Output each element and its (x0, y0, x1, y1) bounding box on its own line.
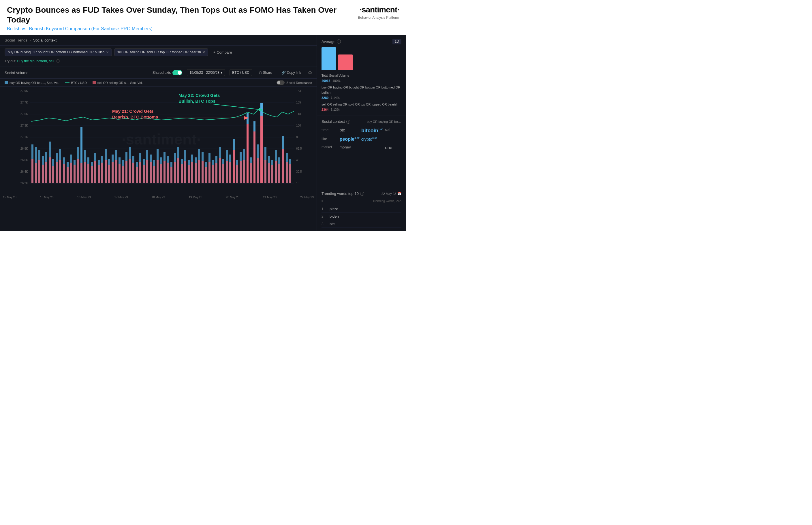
trending-num-2: 2 (321, 214, 326, 219)
avg-total-value: 46066 (321, 79, 330, 82)
svg-rect-109 (52, 166, 54, 183)
social-context-header: Social context i buy OR buying OR boug..… (321, 119, 401, 124)
svg-rect-116 (77, 159, 79, 183)
search-tag-bearish-text: sell OR selling OR sold OR top OR topped… (117, 50, 201, 54)
cloud-word-market[interactable]: market (321, 145, 338, 150)
trending-col-num: # (321, 199, 323, 203)
trending-info-icon[interactable]: i (360, 192, 364, 196)
trending-header: Trending words top 10 i 22 May 23 📅 (321, 192, 401, 196)
main-layout: Social Trends › Social context buy OR bu… (0, 35, 406, 231)
avg-bar2-pct: 5.13% (331, 108, 340, 111)
cloud-word-crypto[interactable]: crypto0.61 (361, 137, 384, 142)
trending-row-1[interactable]: 1 pizza (321, 205, 401, 213)
settings-icon[interactable]: ⚙ (308, 70, 312, 76)
cloud-word-one[interactable]: one (385, 145, 401, 150)
svg-text:48: 48 (296, 159, 300, 162)
search-tag-bullish[interactable]: buy OR buying OR bought OR bottom OR bot… (5, 48, 112, 56)
breadcrumb-parent[interactable]: Social Trends (5, 38, 27, 42)
avg-bar2-label: sell OR selling OR sold OR top OR topped… (321, 103, 398, 106)
svg-text:May 21: Crowd Gets: May 21: Crowd Gets (112, 109, 153, 114)
svg-text:·santiment·: ·santiment· (122, 131, 201, 148)
svg-rect-150 (195, 163, 197, 183)
svg-rect-145 (177, 158, 179, 183)
cloud-word-sell[interactable]: sell (385, 128, 401, 134)
average-section: Average i 1D Total Social Volume 46066 1… (317, 35, 406, 116)
avg-bullish-stat: buy OR buying OR bought OR bottom OR bot… (321, 85, 401, 100)
svg-rect-127 (115, 160, 117, 183)
svg-rect-111 (59, 160, 61, 183)
legend-item-bullish: buy OR buying OR bou..., Soc. Vol. (5, 81, 59, 85)
svg-rect-166 (250, 163, 252, 183)
copy-link-button[interactable]: 🔗 Copy link (279, 70, 303, 76)
trending-row-3[interactable]: 3 btc (321, 220, 401, 228)
shared-axis-toggle[interactable] (172, 70, 182, 75)
svg-rect-126 (111, 162, 114, 183)
svg-text:26.2K: 26.2K (20, 182, 28, 185)
svg-rect-169 (260, 116, 263, 183)
svg-rect-173 (275, 161, 277, 183)
svg-rect-160 (229, 162, 231, 183)
cloud-word-empty2 (361, 145, 384, 150)
svg-text:83: 83 (296, 135, 300, 139)
trending-row-2[interactable]: 2 biden (321, 213, 401, 220)
svg-rect-107 (45, 162, 47, 183)
svg-rect-131 (129, 159, 131, 183)
svg-text:26.4K: 26.4K (20, 170, 28, 173)
breadcrumb-current: Social context (33, 38, 57, 42)
svg-rect-104 (35, 163, 37, 183)
svg-rect-137 (150, 162, 152, 183)
social-context-info-icon[interactable]: i (346, 120, 350, 124)
search-tag-bearish[interactable]: sell OR selling OR sold OR top OR topped… (114, 48, 208, 56)
svg-text:27.3K: 27.3K (20, 124, 28, 127)
svg-rect-163 (240, 161, 242, 183)
social-dominance-toggle[interactable] (276, 80, 285, 85)
social-context-section: Social context i buy OR buying OR boug..… (317, 116, 406, 188)
svg-rect-171 (268, 163, 270, 183)
svg-rect-123 (101, 163, 103, 183)
breadcrumb: Social Trends › Social context (0, 35, 317, 46)
compare-button[interactable]: + Compare (210, 49, 235, 56)
share-button[interactable]: ⬡ Share (257, 70, 274, 76)
legend-color-bullish (5, 81, 8, 84)
cloud-word-time[interactable]: time (321, 128, 338, 134)
svg-rect-132 (132, 163, 134, 183)
date-range-selector[interactable]: 15/05/23 - 22/05/23 ▾ (187, 69, 225, 76)
svg-text:100: 100 (296, 124, 301, 127)
average-info-icon[interactable]: i (337, 40, 341, 44)
avg-bar-bullish (321, 47, 336, 70)
try-out: Try out: Buy the dip, bottom, sell ⓘ (5, 58, 312, 64)
cloud-word-btc[interactable]: btc (340, 128, 360, 134)
svg-rect-162 (236, 165, 238, 183)
cloud-word-like[interactable]: like (321, 137, 338, 142)
search-tag-bearish-close[interactable]: × (203, 50, 205, 54)
svg-text:65.5: 65.5 (296, 147, 302, 150)
avg-bar1-label: buy OR buying OR bought OR bottom OR bot… (321, 86, 400, 94)
page-header: Crypto Bounces as FUD Takes Over Sunday,… (0, 0, 406, 35)
search-bar: buy OR buying OR bought OR bottom OR bot… (0, 46, 317, 67)
calendar-icon[interactable]: 📅 (397, 192, 401, 195)
cloud-word-people[interactable]: people0.67 (340, 137, 360, 142)
pair-selector[interactable]: BTC / USD (229, 69, 252, 76)
search-tag-bullish-close[interactable]: × (106, 50, 109, 54)
svg-rect-158 (222, 164, 224, 183)
svg-rect-141 (164, 161, 166, 183)
social-dominance-label-text: Social Dominance (286, 81, 312, 85)
avg-total: Total Social Volume 46066 100% (321, 73, 401, 83)
average-title: Average i (321, 40, 341, 44)
breadcrumb-separator: › (30, 38, 31, 42)
try-out-link[interactable]: Buy the dip, bottom, sell (17, 59, 54, 63)
social-volume-label: Social Volume (5, 71, 28, 75)
x-label-3: 16 May 23 (77, 196, 91, 199)
cloud-word-bitcoin[interactable]: bitcoin1.00 (361, 128, 384, 134)
cloud-word-money[interactable]: money (340, 145, 360, 150)
svg-rect-117 (80, 163, 82, 183)
avg-bar2-value: 2364 (321, 108, 328, 111)
svg-rect-122 (98, 165, 100, 183)
svg-rect-176 (286, 162, 288, 183)
svg-rect-152 (201, 161, 204, 183)
period-button[interactable]: 1D (392, 39, 401, 44)
chart-svg: 27.9K 27.7K 27.5K 27.3K 27.1K 26.8K 26.6… (0, 87, 317, 193)
svg-text:26.6K: 26.6K (20, 159, 28, 162)
svg-rect-157 (219, 158, 221, 183)
svg-rect-112 (63, 164, 65, 183)
